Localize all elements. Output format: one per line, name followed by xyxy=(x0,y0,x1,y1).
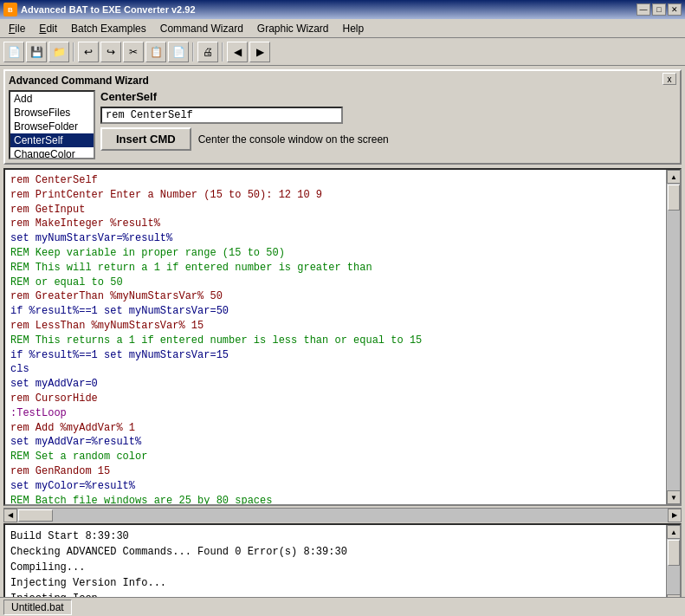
code-line: rem CenterSelf xyxy=(10,173,661,188)
h-scroll-left-button[interactable]: ◀ xyxy=(3,509,17,522)
wizard-panel: Advanced Command Wizard x AddBrowseFiles… xyxy=(3,69,682,165)
horizontal-scrollbar[interactable]: ◀ ▶ xyxy=(3,508,682,522)
code-line: rem MakeInteger %result% xyxy=(10,217,661,231)
log-line: Checking ADVANCED Commands... Found 0 Er… xyxy=(10,544,661,560)
code-line: REM Set a random color xyxy=(10,450,661,464)
titlebar: B Advanced BAT to EXE Converter v2.92 — … xyxy=(0,0,685,19)
command-description: Center the console window on the screen xyxy=(198,133,389,146)
code-line: set myColor=%result% xyxy=(10,479,661,494)
toolbar-separator-1 xyxy=(73,42,74,62)
log-line: Compiling... xyxy=(10,560,661,575)
listbox-item-browsefiles[interactable]: BrowseFiles xyxy=(10,106,94,120)
menu-command-wizard[interactable]: Command Wizard xyxy=(153,20,250,37)
app-icon: B xyxy=(3,3,17,16)
titlebar-controls: — □ ✕ xyxy=(637,3,682,16)
code-line: :TestLoop xyxy=(10,406,661,421)
log-scrollbar-track[interactable] xyxy=(667,539,680,594)
log-line: Injecting Version Info... xyxy=(10,575,661,591)
editor-area: rem CenterSelfrem PrintCenter Enter a Nu… xyxy=(3,168,682,506)
listbox-item-changecolor[interactable]: ChangeColor xyxy=(10,147,94,159)
code-line: REM Keep variable in proper range (15 to… xyxy=(10,246,661,261)
scroll-down-button[interactable]: ▼ xyxy=(667,490,681,504)
log-content[interactable]: Build Start 8:39:30Checking ADVANCED Com… xyxy=(5,525,666,608)
wizard-body: AddBrowseFilesBrowseFolderCenterSelfChan… xyxy=(9,90,676,159)
redo-button[interactable]: ↪ xyxy=(100,42,121,62)
open-button[interactable]: 📁 xyxy=(48,42,69,62)
minimize-button[interactable]: — xyxy=(637,3,650,16)
code-line: if %result%==1 set myNumStarsVar=50 xyxy=(10,304,661,319)
h-scroll-track[interactable] xyxy=(17,509,668,522)
back-button[interactable]: ◀ xyxy=(227,42,248,62)
code-line: rem LessThan %myNumStarsVar% 15 xyxy=(10,319,661,334)
scrollbar-track[interactable] xyxy=(667,184,680,490)
save-button[interactable]: 💾 xyxy=(26,42,47,62)
undo-button[interactable]: ↩ xyxy=(78,42,99,62)
listbox-item-centerself[interactable]: CenterSelf xyxy=(10,133,94,147)
wizard-close-button[interactable]: x xyxy=(662,73,676,85)
code-line: set myAddVar=%result% xyxy=(10,435,661,450)
paste-button[interactable]: 📄 xyxy=(168,42,189,62)
log-scroll-up-button[interactable]: ▲ xyxy=(667,525,681,539)
code-line: REM This returns a 1 if entered number i… xyxy=(10,334,661,348)
forward-button[interactable]: ▶ xyxy=(249,42,270,62)
maximize-button[interactable]: □ xyxy=(652,3,666,16)
code-line: set myNumStarsVar=%result% xyxy=(10,231,661,246)
code-line: rem GreaterThan %myNumStarsVar% 50 xyxy=(10,289,661,304)
log-line: Build Start 8:39:30 xyxy=(10,528,661,544)
app-title: Advanced BAT to EXE Converter v2.92 xyxy=(21,4,196,15)
close-button[interactable]: ✕ xyxy=(668,3,682,16)
scroll-up-button[interactable]: ▲ xyxy=(667,170,681,184)
wizard-listbox-container: AddBrowseFilesBrowseFolderCenterSelfChan… xyxy=(9,90,95,159)
wizard-right-panel: CenterSelf Insert CMD Center the console… xyxy=(100,90,389,151)
code-line: rem PrintCenter Enter a Number (15 to 50… xyxy=(10,188,661,203)
h-scroll-thumb[interactable] xyxy=(18,509,53,522)
copy-button[interactable]: 📋 xyxy=(145,42,166,62)
h-scroll-right-button[interactable]: ▶ xyxy=(668,509,682,522)
print-button[interactable]: 🖨 xyxy=(197,42,218,62)
scrollbar-thumb[interactable] xyxy=(668,185,680,211)
editor-scrollbar[interactable]: ▲ ▼ xyxy=(666,170,680,504)
selected-command-name: CenterSelf xyxy=(100,90,389,103)
insert-cmd-button[interactable]: Insert CMD xyxy=(100,127,191,151)
log-scrollbar[interactable]: ▲ ▼ xyxy=(666,525,680,608)
toolbar: 📄 💾 📁 ↩ ↪ ✂ 📋 📄 🖨 ◀ ▶ xyxy=(0,38,685,66)
wizard-action-row: Insert CMD Center the console window on … xyxy=(100,127,389,151)
toolbar-separator-3 xyxy=(222,42,223,62)
code-line: rem GetInput xyxy=(10,203,661,217)
cut-button[interactable]: ✂ xyxy=(123,42,144,62)
code-line: rem GenRandom 15 xyxy=(10,464,661,479)
menu-help[interactable]: Help xyxy=(336,20,372,37)
titlebar-left: B Advanced BAT to EXE Converter v2.92 xyxy=(3,3,196,16)
editor-content[interactable]: rem CenterSelfrem PrintCenter Enter a Nu… xyxy=(5,170,666,504)
menu-batch-examples[interactable]: Batch Examples xyxy=(64,20,153,37)
code-line: rem Add %myAddVar% 1 xyxy=(10,421,661,436)
menu-graphic-wizard[interactable]: Graphic Wizard xyxy=(250,20,336,37)
log-scrollbar-thumb[interactable] xyxy=(668,540,680,566)
listbox-item-add[interactable]: Add xyxy=(10,92,94,106)
menubar: File Edit Batch Examples Command Wizard … xyxy=(0,19,685,38)
code-line: REM This will return a 1 if entered numb… xyxy=(10,261,661,276)
toolbar-separator-2 xyxy=(192,42,194,62)
code-line: if %result%==1 set myNumStarsVar=15 xyxy=(10,348,661,363)
code-line: rem CursorHide xyxy=(10,392,661,406)
menu-file[interactable]: File xyxy=(2,20,32,37)
statusbar: Untitled.bat xyxy=(0,597,685,616)
command-listbox[interactable]: AddBrowseFilesBrowseFolderCenterSelfChan… xyxy=(9,90,95,159)
wizard-title: Advanced Command Wizard xyxy=(9,75,676,87)
listbox-item-browsefolder[interactable]: BrowseFolder xyxy=(10,120,94,133)
code-line: cls xyxy=(10,362,661,377)
code-line: set myAddVar=0 xyxy=(10,377,661,392)
command-input[interactable] xyxy=(100,107,343,124)
code-line: REM or equal to 50 xyxy=(10,276,661,290)
new-button[interactable]: 📄 xyxy=(3,42,24,62)
filename-status: Untitled.bat xyxy=(3,600,72,615)
menu-edit[interactable]: Edit xyxy=(32,20,64,37)
code-line: REM Batch file windows are 25 by 80 spac… xyxy=(10,494,661,504)
